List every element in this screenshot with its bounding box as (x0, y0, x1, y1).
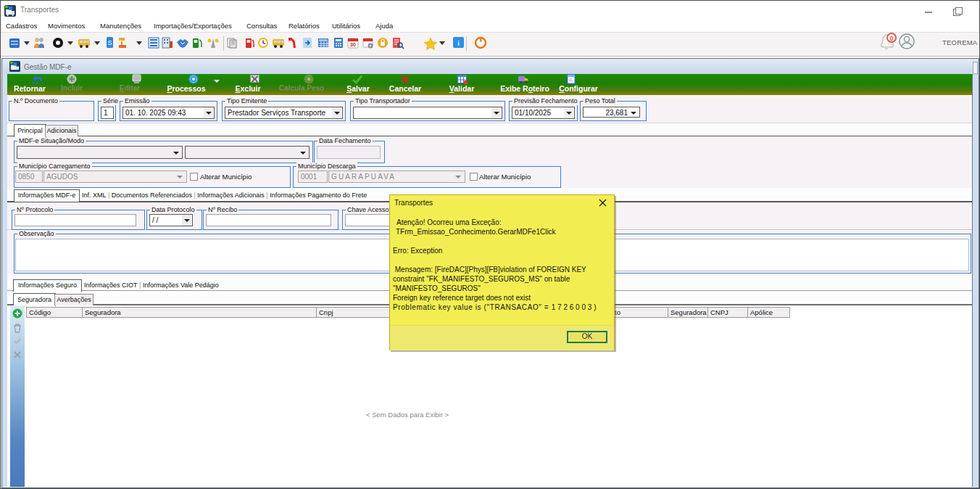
svg-text:i: i (457, 40, 460, 47)
svg-text:30: 30 (350, 42, 356, 47)
svg-text:0: 0 (889, 35, 893, 42)
svg-text:S: S (107, 39, 112, 46)
